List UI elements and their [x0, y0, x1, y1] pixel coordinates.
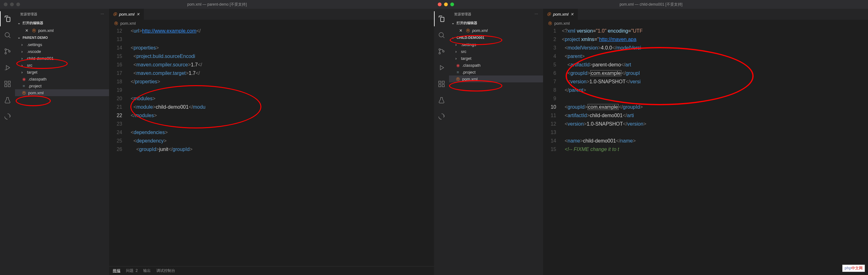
tab-pom[interactable]: ⦿ pom.xml ✕ [543, 9, 578, 20]
svg-point-11 [439, 53, 441, 54]
line-gutter: 123456789101112131415 [543, 27, 562, 275]
chevron-right-icon: › [455, 56, 459, 61]
folder-label: .vscode [27, 49, 41, 54]
folder-target[interactable]: ›target [15, 69, 109, 75]
maximize-window-button[interactable] [450, 2, 454, 6]
panel-terminal[interactable]: 终端 [113, 268, 120, 273]
folder-src[interactable]: ›src [15, 62, 109, 69]
folder-target[interactable]: ›target [449, 55, 543, 62]
code-editor[interactable]: 123456789101112131415 <?xml version="1.0… [543, 27, 868, 275]
close-icon[interactable]: ✕ [459, 28, 463, 33]
open-editors-header[interactable]: ⌄ 打开的编辑器 [449, 20, 543, 26]
folder-settings[interactable]: ›.settings [15, 41, 109, 48]
explorer-sidebar: 资源管理器 ⋯ ⌄ 打开的编辑器 ✕ ⦿ pom.xml ⌄ CHILD-DEM… [449, 9, 543, 275]
close-window-button[interactable] [4, 2, 7, 6]
chevron-right-icon: › [21, 42, 25, 47]
file-project[interactable]: ≡.project [15, 82, 109, 89]
svg-rect-14 [439, 84, 441, 87]
explorer-title: 资源管理器 [20, 12, 37, 16]
maximize-window-button[interactable] [16, 2, 20, 6]
panel-problems[interactable]: 问题 2 [126, 268, 137, 273]
chevron-down-icon: ⌄ [452, 21, 455, 25]
open-editors-header[interactable]: ⌄ 打开的编辑器 [15, 20, 109, 26]
code-editor[interactable]: 121314151617181920212223242526 <url>http… [109, 27, 434, 266]
project-header[interactable]: ⌄ PARENT-DEMO [15, 34, 109, 40]
xml-file-icon: ⦿ [548, 21, 553, 26]
window-title: pom.xml — child-demo001 [不受支持] [620, 2, 682, 7]
open-editor-filename: pom.xml [38, 28, 54, 33]
explorer-activity[interactable] [0, 11, 15, 26]
svg-rect-15 [442, 84, 444, 87]
svg-point-3 [9, 51, 10, 52]
project-name-label: PARENT-DEMO [23, 36, 48, 39]
php-watermark: php中文网 [842, 265, 865, 272]
debug-activity[interactable] [434, 60, 449, 75]
folder-src[interactable]: ›src [449, 48, 543, 55]
close-icon[interactable]: ✕ [25, 28, 29, 33]
explorer-activity[interactable] [434, 11, 449, 26]
file-project[interactable]: ≡.project [449, 69, 543, 75]
sync-activity[interactable] [0, 109, 15, 124]
svg-rect-8 [8, 81, 10, 83]
svg-point-9 [439, 33, 443, 37]
file-label: .project [462, 70, 476, 74]
minimize-window-button[interactable] [444, 2, 448, 6]
tab-pom[interactable]: ⦿ pom.xml ✕ [109, 9, 144, 20]
close-tab-icon[interactable]: ✕ [570, 12, 575, 16]
debug-activity[interactable] [0, 60, 15, 75]
editor-tabs: ⦿ pom.xml ✕ [109, 9, 434, 20]
file-classpath[interactable]: ◉.classpath [449, 62, 543, 69]
breadcrumb[interactable]: ⦿ pom.xml [109, 20, 434, 27]
close-tab-icon[interactable]: ✕ [136, 12, 141, 16]
panel-output[interactable]: 输出 [143, 268, 151, 273]
testing-activity[interactable] [434, 93, 449, 108]
file-pom[interactable]: ⦿pom.xml [449, 75, 543, 82]
folder-child-demo[interactable]: ›child-demo001 [15, 55, 109, 62]
sync-activity[interactable] [434, 109, 449, 124]
tab-label: pom.xml [553, 12, 568, 16]
breadcrumb[interactable]: ⦿ pom.xml [543, 20, 868, 27]
extensions-activity[interactable] [434, 76, 449, 92]
chevron-right-icon: › [455, 49, 459, 54]
explorer-more-icon[interactable]: ⋯ [535, 12, 538, 16]
open-editor-item[interactable]: ✕ ⦿ pom.xml [15, 27, 109, 34]
window-title: pom.xml — parent-demo [不受支持] [187, 2, 247, 7]
line-gutter: 121314151617181920212223242526 [109, 27, 128, 266]
search-activity[interactable] [0, 28, 15, 43]
folder-settings[interactable]: ›.settings [449, 41, 543, 48]
scm-activity[interactable] [434, 44, 449, 59]
breadcrumb-label: pom.xml [554, 21, 570, 26]
close-window-button[interactable] [438, 2, 441, 6]
folder-vscode[interactable]: ›.vscode [15, 48, 109, 55]
code-content[interactable]: <url>http://www.example.com</ <propertie… [128, 27, 434, 266]
file-label: pom.xml [28, 91, 43, 95]
open-editors-label: 打开的编辑器 [23, 21, 43, 25]
folder-label: src [27, 63, 32, 68]
file-classpath[interactable]: ◉.classpath [15, 75, 109, 82]
xml-file-icon: ⦿ [21, 91, 26, 95]
explorer-more-icon[interactable]: ⋯ [101, 12, 104, 16]
tab-label: pom.xml [119, 12, 134, 16]
java-file-icon: ◉ [21, 77, 26, 81]
chevron-right-icon: › [455, 42, 459, 47]
file-pom[interactable]: ⦿pom.xml [15, 89, 109, 96]
search-activity[interactable] [434, 28, 449, 43]
extensions-activity[interactable] [0, 76, 15, 92]
java-file-icon: ◉ [455, 63, 460, 68]
testing-activity[interactable] [0, 93, 15, 108]
folder-label: target [27, 70, 37, 74]
svg-point-0 [5, 33, 9, 37]
project-header[interactable]: ⌄ CHILD-DEMO001 [449, 34, 543, 40]
file-icon: ≡ [455, 70, 460, 74]
titlebar: pom.xml — parent-demo [不受支持] [0, 0, 434, 9]
activity-bar [434, 9, 449, 275]
scm-activity[interactable] [0, 44, 15, 59]
code-content[interactable]: <?xml version="1.0" encoding="UTF <proje… [562, 27, 868, 275]
xml-file-icon: ⦿ [455, 77, 460, 81]
folder-label: .settings [461, 42, 476, 47]
titlebar: pom.xml — child-demo001 [不受支持] [434, 0, 868, 9]
svg-point-10 [439, 49, 441, 50]
open-editor-item[interactable]: ✕ ⦿ pom.xml [449, 27, 543, 34]
minimize-window-button[interactable] [10, 2, 14, 6]
panel-debug[interactable]: 调试控制台 [156, 268, 175, 273]
